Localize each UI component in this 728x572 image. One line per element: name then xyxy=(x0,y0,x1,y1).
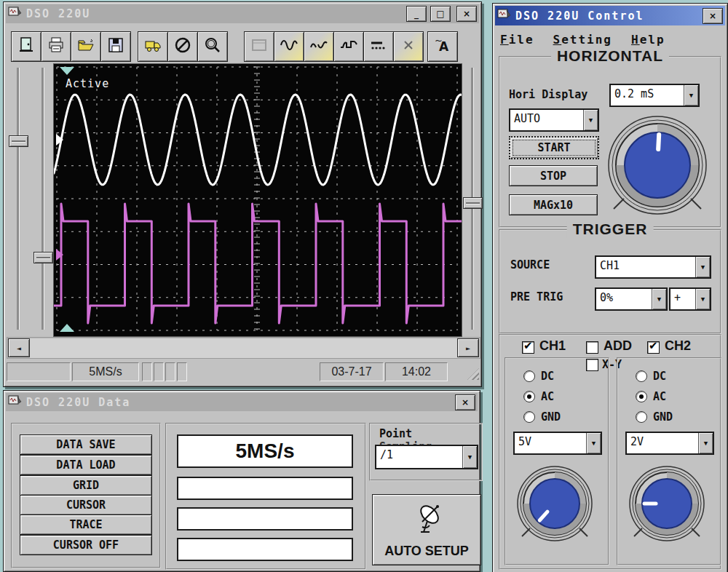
main-statusbar: 5MS/s 03-7-17 14:02 xyxy=(4,360,481,382)
horizontal-knob[interactable] xyxy=(606,114,708,219)
scope-display xyxy=(54,64,462,336)
close-button[interactable]: × xyxy=(703,8,723,24)
dropdown-arrow-icon[interactable] xyxy=(698,433,713,453)
toolbar-exit-button[interactable] xyxy=(11,31,41,62)
toolbar-zoom-button[interactable] xyxy=(197,31,228,62)
dropdown-arrow-icon[interactable] xyxy=(462,446,477,468)
auto-setup-button[interactable]: AUTO SETUP xyxy=(372,494,481,565)
x-mark-icon xyxy=(399,36,418,57)
truck-icon xyxy=(143,36,162,57)
ch1-gnd-label: GND xyxy=(541,410,561,424)
ch2-position-thumb[interactable] xyxy=(33,252,53,263)
ch1-position-thumb[interactable] xyxy=(9,135,28,147)
print-icon xyxy=(47,36,66,57)
trace-button[interactable]: TRACE xyxy=(20,515,152,535)
toolbar-smooth-button[interactable] xyxy=(304,31,334,62)
square-wave-icon xyxy=(339,36,358,57)
stop-button[interactable]: STOP xyxy=(509,165,598,186)
add-label: ADD xyxy=(604,338,632,354)
ch1-ac-label: AC xyxy=(541,390,554,403)
toolbar-dots-button[interactable] xyxy=(363,31,394,62)
cursor-off-button[interactable]: CURSOR OFF xyxy=(20,535,152,555)
ch2-ac-radio[interactable] xyxy=(636,391,647,402)
start-button[interactable]: START xyxy=(509,136,599,159)
readout-field-3 xyxy=(177,538,353,561)
active-status-label: Active xyxy=(66,77,109,90)
add-checkbox[interactable] xyxy=(586,341,598,354)
toolbar-print-button[interactable] xyxy=(41,31,71,62)
dropdown-arrow-icon[interactable] xyxy=(695,289,710,309)
dropdown-arrow-icon[interactable] xyxy=(695,257,710,277)
pretrig-dropdown[interactable]: 0% xyxy=(595,287,668,311)
toolbar-block-button[interactable] xyxy=(167,31,198,62)
status-separator xyxy=(177,362,187,381)
toolbar-step-button[interactable] xyxy=(333,31,364,62)
timebase-value: 0.2 mS xyxy=(611,85,684,106)
ch1-position-slider[interactable] xyxy=(8,65,28,333)
ch1-dc-radio[interactable] xyxy=(523,370,535,382)
frame-icon xyxy=(250,36,269,57)
toolbar-font-button[interactable]: A~ xyxy=(427,31,458,62)
ch1-dc-label: DC xyxy=(541,370,554,383)
toolbar-sine-button[interactable] xyxy=(274,31,304,62)
ch2-gnd-radio[interactable] xyxy=(636,411,647,423)
grid-button[interactable]: GRID xyxy=(20,475,152,496)
horizontal-group: HORIZONTAL Hori Display 0.2 mS AUTO STAR… xyxy=(499,56,721,228)
ch2-position-slider[interactable] xyxy=(33,65,53,333)
dropdown-arrow-icon[interactable] xyxy=(583,110,598,130)
close-button[interactable]: × xyxy=(455,394,475,410)
toolbar-frame-button[interactable] xyxy=(244,31,274,62)
mag-x10-button[interactable]: MAGx10 xyxy=(509,194,598,215)
dashed-line-icon xyxy=(369,36,388,57)
save-icon xyxy=(106,36,125,57)
dropdown-arrow-icon[interactable] xyxy=(586,433,601,453)
cursor-button[interactable]: CURSOR xyxy=(20,495,152,515)
toolbar-open-button[interactable] xyxy=(71,31,101,62)
ch2-dc-radio[interactable] xyxy=(636,370,647,382)
sample-rate-panel: 5MS/s xyxy=(72,362,139,381)
slope-dropdown[interactable]: + xyxy=(669,287,711,311)
control-titlebar[interactable]: DSO 220U Control × xyxy=(495,6,725,25)
ch1-knob[interactable] xyxy=(516,465,593,545)
menu-setting[interactable]: Setting xyxy=(553,33,612,47)
ch1-label: CH1 xyxy=(539,338,566,354)
minimize-button[interactable]: _ xyxy=(406,6,427,22)
timebase-dropdown[interactable]: 0.2 mS xyxy=(609,84,700,107)
trigger-level-slider[interactable] xyxy=(462,65,483,333)
scroll-right-arrow[interactable]: ► xyxy=(457,338,479,357)
toolbar-truck-button[interactable] xyxy=(138,31,168,62)
horizontal-scrollbar[interactable]: ◄ ► xyxy=(7,337,480,359)
main-titlebar[interactable]: DSO 220U _ □ × xyxy=(6,4,479,23)
menu-file[interactable]: File xyxy=(500,33,534,47)
ch1-gnd-radio[interactable] xyxy=(523,411,535,423)
trigger-mode-value: AUTO xyxy=(510,110,583,130)
trigger-level-thumb[interactable] xyxy=(463,197,483,209)
maximize-button[interactable]: □ xyxy=(430,6,451,22)
ch2-volts-dropdown[interactable]: 2V xyxy=(625,432,714,455)
dropdown-arrow-icon[interactable] xyxy=(652,289,666,309)
ch2-checkbox[interactable] xyxy=(647,341,660,354)
toolbar-delete-button[interactable] xyxy=(393,31,424,62)
data-load-button[interactable]: DATA LOAD xyxy=(20,455,152,475)
close-button[interactable]: × xyxy=(456,6,477,22)
main-window-title: DSO 220U xyxy=(26,7,90,20)
point-sampling-dropdown[interactable]: /1 xyxy=(375,445,478,469)
toolbar-save-button[interactable] xyxy=(100,31,131,62)
ch2-knob[interactable] xyxy=(628,465,705,545)
ch1-volts-dropdown[interactable]: 5V xyxy=(513,432,602,455)
readout-field-2 xyxy=(177,507,353,531)
data-window-title: DSO 220U Data xyxy=(26,396,130,409)
data-save-button[interactable]: DATA SAVE xyxy=(20,434,152,455)
data-window: DSO 220U Data × DATA SAVE DATA LOAD GRID… xyxy=(3,390,480,572)
scope-screen: Active xyxy=(53,63,462,337)
trigger-mode-dropdown[interactable]: AUTO xyxy=(509,108,599,132)
trigger-source-dropdown[interactable]: CH1 xyxy=(595,255,711,279)
resize-grip[interactable] xyxy=(467,368,479,380)
scroll-left-arrow[interactable]: ◄ xyxy=(8,338,30,357)
ch1-checkbox[interactable] xyxy=(522,341,534,354)
menu-help[interactable]: Help xyxy=(631,33,665,47)
dropdown-arrow-icon[interactable] xyxy=(684,85,698,106)
status-separator xyxy=(154,362,164,381)
data-titlebar[interactable]: DSO 220U Data × xyxy=(6,393,478,411)
ch1-ac-radio[interactable] xyxy=(523,391,535,402)
